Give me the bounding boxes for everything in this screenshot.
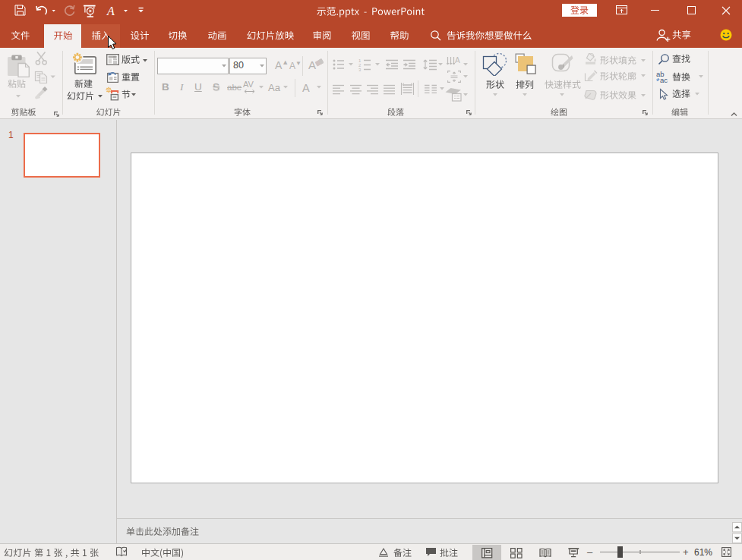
svg-text:A: A	[302, 82, 310, 94]
svg-text:3: 3	[358, 68, 362, 71]
svg-text:A: A	[106, 5, 115, 17]
svg-text:AV: AV	[243, 80, 254, 89]
svg-text:A: A	[308, 58, 316, 71]
svg-text:A: A	[455, 56, 460, 64]
svg-text:ac: ac	[660, 76, 668, 83]
